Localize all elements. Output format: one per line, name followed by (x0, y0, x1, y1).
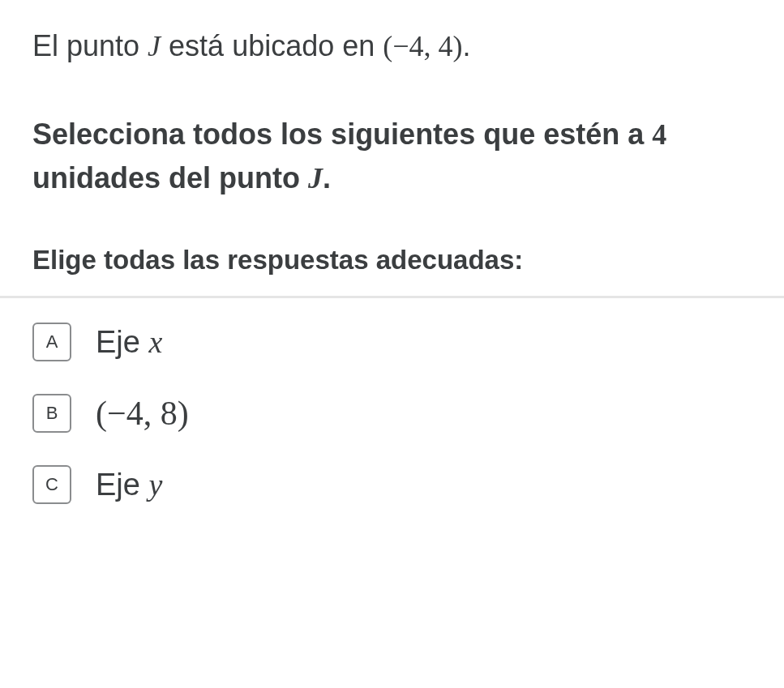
text-segment: El punto (32, 29, 148, 62)
choice-a[interactable]: A Eje x (32, 323, 752, 361)
divider (0, 296, 784, 298)
choice-c[interactable]: C Eje y (32, 465, 752, 504)
text-segment: . (323, 161, 331, 194)
text-segment: . (463, 29, 471, 62)
text-segment: Selecciona todos los siguientes que esté… (32, 118, 652, 151)
text-segment: Eje (96, 468, 148, 502)
choice-letter-box: B (32, 394, 71, 433)
math-variable: J (308, 162, 323, 194)
question-line-1: El punto J está ubicado en (−4, 4). (32, 24, 752, 68)
text-segment: está ubicado en (161, 29, 383, 62)
choice-b[interactable]: B (−4, 8) (32, 394, 752, 433)
choice-c-text: Eje y (96, 467, 162, 502)
math-number: 4 (652, 118, 666, 151)
text-segment: Eje (96, 325, 148, 359)
text-segment: unidades del punto (32, 161, 308, 194)
choice-letter-box: A (32, 323, 71, 361)
math-coordinate: (−4, 4) (383, 30, 462, 62)
math-coordinate: (−4, 8) (96, 395, 189, 432)
choice-b-text: (−4, 8) (96, 394, 189, 433)
choices-container: A Eje x B (−4, 8) C Eje y (32, 323, 752, 504)
math-variable: x (148, 325, 162, 359)
question-line-2: Selecciona todos los siguientes que esté… (32, 113, 752, 200)
instruction-text: Elige todas las respuestas adecuadas: (32, 245, 752, 276)
math-variable: J (148, 30, 161, 62)
choice-a-text: Eje x (96, 324, 162, 360)
math-variable: y (148, 468, 162, 502)
choice-letter-box: C (32, 465, 71, 504)
